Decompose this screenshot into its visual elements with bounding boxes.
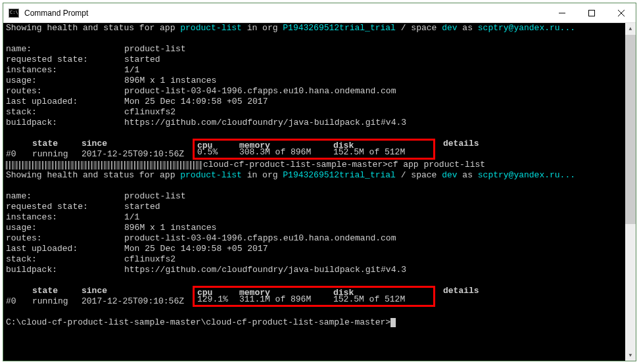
- highlight-box-bottom: 0.5% 308.3M of 896M 152.5M of 512M: [193, 147, 435, 160]
- prompt-line[interactable]: C:\cloud-cf-product-list-sample-master\c…: [6, 317, 633, 328]
- redacted-path-line: cloud-cf-product-list-sample-master>cf a…: [6, 160, 633, 170]
- terminal-area[interactable]: ▲ ▼ Showing health and status for app pr…: [3, 23, 636, 361]
- kv-row: buildpack:https://github.com/cloudfoundr…: [6, 118, 633, 128]
- kv-row: last uploaded:Mon 25 Dec 14:09:58 +05 20…: [6, 244, 633, 254]
- kv-row: name:product-list: [6, 191, 633, 202]
- scrollbar[interactable]: ▲ ▼: [625, 23, 636, 361]
- maximize-icon: [588, 10, 595, 16]
- instance-memory: 311.1M of 896M: [239, 294, 333, 305]
- typed-command: cf app product-list: [388, 160, 485, 170]
- instance-cpu: 129.1%: [197, 294, 239, 305]
- instance-disk: 152.5M of 512M: [333, 147, 432, 158]
- instance-memory: 308.3M of 896M: [239, 147, 333, 158]
- kv-row: last uploaded:Mon 25 Dec 14:09:58 +05 20…: [6, 97, 633, 107]
- kv-row: name:product-list: [6, 44, 633, 55]
- instance-since: 2017-12-25T09:10:56Z: [82, 149, 197, 160]
- org-name: P1943269512trial_trial: [283, 23, 396, 33]
- instance-disk: 152.5M of 512M: [333, 294, 432, 305]
- close-button[interactable]: [606, 3, 636, 22]
- kv-row: instances:1/1: [6, 212, 633, 223]
- highlight-box-bottom: 129.1% 311.1M of 896M 152.5M of 512M: [193, 294, 435, 307]
- kv-row: requested state:started: [6, 202, 633, 212]
- kv-row: usage:896M x 1 instances: [6, 223, 633, 233]
- titlebar[interactable]: Command Prompt: [3, 3, 636, 23]
- redacted-noise-icon: [6, 161, 203, 170]
- status-line: Showing health and status for app produc…: [6, 23, 633, 34]
- window-frame: Command Prompt ▲ ▼ Showing health and st…: [3, 3, 636, 361]
- instance-state: running: [32, 296, 82, 307]
- space-name: dev: [442, 170, 457, 180]
- instance-table-row: #0 running 2017-12-25T09:10:56Z 0.5% 308…: [6, 149, 633, 160]
- col-state: state: [32, 286, 82, 296]
- col-since: since: [82, 286, 197, 296]
- cursor-icon: [390, 318, 396, 327]
- minimize-icon: [559, 10, 565, 16]
- instance-state: running: [32, 149, 82, 160]
- instance-table-row: #0 running 2017-12-25T09:10:56Z 129.1% 3…: [6, 296, 633, 307]
- space-name: dev: [442, 23, 457, 33]
- col-state: state: [32, 139, 82, 149]
- scroll-down-icon[interactable]: ▼: [625, 350, 636, 361]
- kv-row: stack:cflinuxfs2: [6, 107, 633, 118]
- app-name: product-list: [180, 23, 242, 33]
- scroll-up-icon[interactable]: ▲: [625, 23, 636, 34]
- user-email: scptry@yandex.ru: [478, 170, 560, 180]
- status-line: Showing health and status for app produc…: [6, 170, 633, 181]
- instance-since: 2017-12-25T09:10:56Z: [82, 296, 197, 307]
- svg-rect-1: [588, 10, 594, 16]
- user-email: scptry@yandex.ru: [478, 23, 560, 33]
- kv-row: stack:cflinuxfs2: [6, 254, 633, 265]
- cmd-icon: [9, 9, 19, 18]
- window-controls: [547, 3, 636, 22]
- maximize-button[interactable]: [577, 3, 606, 22]
- minimize-button[interactable]: [547, 3, 577, 22]
- kv-row: buildpack:https://github.com/cloudfoundr…: [6, 265, 633, 275]
- col-since: since: [82, 139, 197, 149]
- instance-index: #0: [6, 149, 32, 160]
- col-details: details: [443, 286, 479, 296]
- instance-cpu: 0.5%: [197, 147, 239, 158]
- app-name: product-list: [180, 170, 242, 180]
- scrollbar-thumb[interactable]: [625, 35, 636, 224]
- kv-row: usage:896M x 1 instances: [6, 76, 633, 86]
- prompt-path: C:\cloud-cf-product-list-sample-master\c…: [6, 317, 390, 327]
- col-details: details: [443, 139, 479, 149]
- instance-index: #0: [6, 296, 32, 307]
- kv-row: routes:product-list-03-04-1996.cfapps.eu…: [6, 86, 633, 97]
- window-title: Command Prompt: [24, 9, 88, 18]
- org-name: P1943269512trial_trial: [283, 170, 396, 180]
- close-icon: [618, 10, 625, 16]
- kv-row: requested state:started: [6, 55, 633, 65]
- kv-row: routes:product-list-03-04-1996.cfapps.eu…: [6, 233, 633, 244]
- kv-row: instances:1/1: [6, 65, 633, 76]
